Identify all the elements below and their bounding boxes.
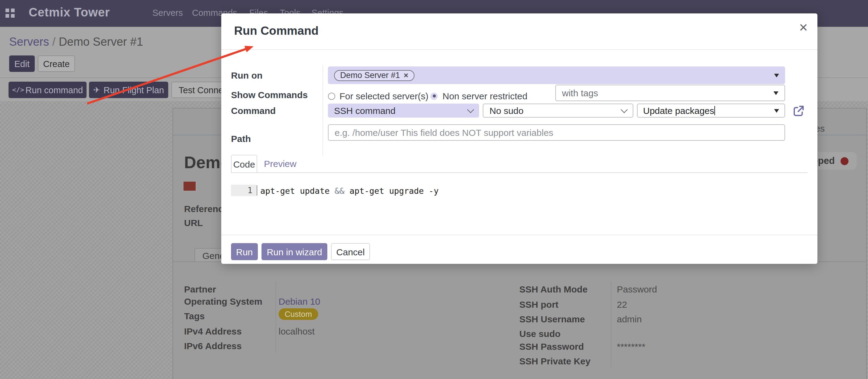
column-separator <box>611 282 611 368</box>
ssh-password-label: SSH Password <box>519 341 584 352</box>
code-editor-line[interactable]: apt-get update && apt-get upgrade -y <box>260 186 439 196</box>
run-command-button[interactable]: </> Run command <box>8 82 87 98</box>
radio-non-restricted[interactable]: Non server restricted <box>430 91 527 101</box>
ssh-username-value: admin <box>617 314 642 324</box>
editor-caret <box>257 185 257 196</box>
external-link-icon[interactable] <box>793 105 805 117</box>
tags-value: Custom <box>279 308 318 320</box>
server-color-swatch <box>183 181 196 191</box>
modal-footer-divider <box>221 234 817 235</box>
chevron-down-icon <box>467 106 474 113</box>
path-input[interactable] <box>328 124 785 141</box>
code-line-number: 1 <box>231 185 256 196</box>
path-label: Path <box>231 133 251 144</box>
dropdown-caret-icon <box>774 109 779 113</box>
with-tags-select[interactable]: with tags <box>555 85 785 101</box>
radio-on-icon[interactable] <box>430 92 438 100</box>
ipv4-value: localhost <box>279 326 314 336</box>
url-label: URL <box>184 218 203 228</box>
breadcrumb-separator: / <box>53 35 56 48</box>
use-sudo-label: Use sudo <box>519 328 560 339</box>
close-icon[interactable]: × <box>799 20 808 35</box>
modal-tabs-underline <box>231 172 808 173</box>
breadcrumb-current: Demo Server #1 <box>59 35 143 48</box>
ssh-port-value: 22 <box>617 299 627 310</box>
tab-preview[interactable]: Preview <box>264 158 297 169</box>
plane-icon: ✈ <box>93 85 100 94</box>
command-type-select[interactable]: SSH command <box>328 103 479 118</box>
modal-title: Run Command <box>234 24 318 38</box>
tab-code[interactable]: Code <box>231 155 257 173</box>
cancel-button[interactable]: Cancel <box>331 243 370 260</box>
command-label: Command <box>231 105 276 116</box>
run-command-modal: Run Command × Run on Demo Server #1 × Sh… <box>221 13 817 264</box>
dropdown-caret-icon <box>774 73 779 77</box>
partner-label: Partner <box>184 284 216 294</box>
server-tag-pill[interactable]: Demo Server #1 × <box>334 70 414 81</box>
code-icon: </> <box>12 86 24 94</box>
brand-title[interactable]: Cetmix Tower <box>29 5 110 20</box>
breadcrumb-servers-link[interactable]: Servers <box>9 35 49 48</box>
remove-tag-icon[interactable]: × <box>404 71 408 80</box>
label-column-divider <box>322 65 323 155</box>
create-button[interactable]: Create <box>38 56 75 72</box>
radio-selected-servers[interactable]: For selected server(s) <box>328 91 429 101</box>
os-value[interactable]: Debian 10 <box>279 296 320 307</box>
edit-button[interactable]: Edit <box>9 56 35 72</box>
sudo-select[interactable]: No sudo <box>483 103 633 118</box>
ipv4-label: IPv4 Address <box>184 326 242 336</box>
tags-label: Tags <box>184 311 205 321</box>
run-on-field[interactable]: Demo Server #1 × <box>328 66 785 84</box>
screen: Cetmix Tower Servers Commands Files Tool… <box>0 0 868 379</box>
show-commands-label: Show Commands <box>231 90 308 100</box>
run-on-label: Run on <box>231 70 262 81</box>
tag-custom-badge: Custom <box>279 308 318 320</box>
command-combobox[interactable]: Update packages <box>637 103 785 118</box>
ssh-password-value: ******** <box>617 341 645 352</box>
text-cursor <box>714 106 715 115</box>
run-in-wizard-button[interactable]: Run in wizard <box>261 243 327 260</box>
ssh-auth-mode-label: SSH Auth Mode <box>519 284 588 294</box>
nav-item-servers[interactable]: Servers <box>152 8 183 18</box>
column-separator <box>276 282 276 353</box>
radio-off-icon[interactable] <box>328 92 335 100</box>
modal-header-divider <box>221 50 817 50</box>
apps-grid-icon[interactable] <box>5 8 15 18</box>
ipv6-label: IPv6 Address <box>184 341 242 351</box>
ssh-username-label: SSH Username <box>519 314 585 324</box>
run-flight-plan-button[interactable]: ✈ Run Flight Plan <box>89 82 168 98</box>
run-button[interactable]: Run <box>231 243 258 260</box>
ssh-port-label: SSH port <box>519 299 558 310</box>
status-stopped-dot <box>840 157 848 165</box>
dropdown-caret-icon <box>774 91 778 95</box>
ssh-private-key-label: SSH Private Key <box>519 356 590 366</box>
ssh-auth-mode-value: Password <box>617 284 657 294</box>
os-label: Operating System <box>184 296 262 307</box>
breadcrumb: Servers / Demo Server #1 <box>9 35 143 49</box>
chevron-down-icon <box>621 106 628 113</box>
